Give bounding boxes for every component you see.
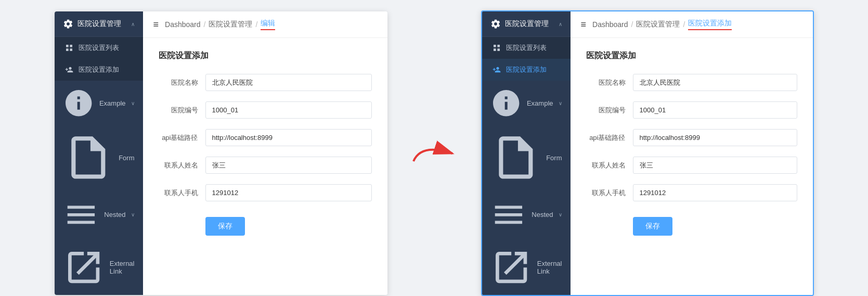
left-sidebar-sub: 医院设置列表 医院设置添加 bbox=[55, 37, 143, 81]
left-crumb-active: 编辑 bbox=[261, 19, 275, 30]
left-form-title: 医院设置添加 bbox=[159, 50, 372, 61]
svg-rect-6 bbox=[497, 45, 500, 47]
left-field-row-1: 医院编号 bbox=[159, 101, 372, 119]
left-sidebar-header[interactable]: 医院设置管理 ∧ bbox=[55, 11, 143, 37]
right-gear-icon bbox=[490, 19, 501, 29]
right-sidebar-form[interactable]: Form bbox=[482, 125, 571, 190]
right-sep-1: / bbox=[631, 20, 633, 29]
gear-icon bbox=[63, 19, 73, 29]
left-input-0[interactable] bbox=[205, 74, 372, 91]
svg-rect-3 bbox=[70, 48, 72, 51]
right-crumb-active: 医院设置添加 bbox=[688, 19, 732, 30]
nested-icon bbox=[63, 197, 99, 233]
left-field-row-4: 联系人手机 bbox=[159, 184, 372, 201]
right-sidebar-header[interactable]: 医院设置管理 ∧ bbox=[482, 11, 571, 37]
left-label-0: 医院名称 bbox=[159, 78, 205, 87]
left-form-label: Form bbox=[119, 154, 134, 162]
left-crumb-dashboard[interactable]: Dashboard bbox=[165, 20, 201, 29]
right-crumb-module[interactable]: 医院设置管理 bbox=[636, 20, 680, 29]
right-nested-label: Nested bbox=[532, 211, 553, 218]
left-input-3[interactable] bbox=[205, 157, 372, 174]
left-sidebar-example[interactable]: Example ∨ bbox=[55, 81, 143, 125]
example-icon bbox=[63, 87, 94, 119]
left-external-label: External Link bbox=[110, 260, 135, 275]
right-save-button[interactable]: 保存 bbox=[633, 217, 672, 236]
right-input-1[interactable] bbox=[633, 101, 797, 119]
right-field-row-0: 医院名称 bbox=[586, 74, 797, 91]
right-input-3[interactable] bbox=[633, 157, 797, 174]
right-label-0: 医院名称 bbox=[586, 78, 633, 87]
arrow-container bbox=[408, 138, 460, 169]
right-example-label: Example bbox=[527, 99, 553, 107]
right-label-4: 联系人手机 bbox=[586, 188, 633, 198]
right-field-row-1: 医院编号 bbox=[586, 101, 797, 119]
right-sidebar-example[interactable]: Example ∨ bbox=[482, 81, 571, 125]
left-sidebar-form[interactable]: Form bbox=[55, 125, 143, 190]
left-sidebar-item-add[interactable]: 医院设置添加 bbox=[55, 59, 143, 81]
right-external-label: External Link bbox=[537, 260, 562, 275]
right-nested-icon bbox=[490, 197, 527, 233]
left-main-content: ≡ Dashboard / 医院设置管理 / 编辑 医院设置添加 医院名称 医院… bbox=[143, 11, 387, 295]
left-example-chevron: ∨ bbox=[131, 100, 135, 106]
left-sidebar-item-list[interactable]: 医院设置列表 bbox=[55, 37, 143, 59]
svg-rect-1 bbox=[70, 45, 72, 47]
right-example-icon bbox=[490, 87, 522, 119]
left-sep-1: / bbox=[204, 20, 206, 29]
right-field-row-3: 联系人姓名 bbox=[586, 157, 797, 174]
right-sep-2: / bbox=[683, 20, 685, 29]
right-form-icon bbox=[490, 132, 541, 183]
main-container: 医院设置管理 ∧ 医院设置列表 医院设置添加 bbox=[55, 10, 814, 296]
right-crumb-dashboard[interactable]: Dashboard bbox=[592, 20, 628, 29]
right-label-1: 医院编号 bbox=[586, 106, 633, 115]
right-sidebar-external[interactable]: External Link bbox=[482, 240, 571, 295]
left-sep-2: / bbox=[255, 20, 257, 29]
left-example-label: Example bbox=[99, 99, 126, 107]
svg-rect-2 bbox=[66, 48, 69, 51]
right-form-area: 医院设置添加 医院名称 医院编号 api基础路径 联系人姓名 bbox=[571, 38, 813, 295]
right-main-content: ≡ Dashboard / 医院设置管理 / 医院设置添加 医院设置添加 医院名… bbox=[571, 11, 813, 295]
left-breadcrumb: ≡ Dashboard / 医院设置管理 / 编辑 bbox=[143, 11, 387, 38]
left-sidebar-add-label: 医院设置添加 bbox=[79, 65, 119, 74]
left-crumb-module[interactable]: 医院设置管理 bbox=[209, 20, 252, 29]
right-sidebar-sub: 医院设置列表 医院设置添加 bbox=[482, 37, 571, 81]
external-link-icon bbox=[63, 247, 105, 288]
left-nested-label: Nested bbox=[104, 211, 125, 218]
left-sidebar-header-label: 医院设置管理 bbox=[77, 19, 121, 29]
left-field-row-2: api基础路径 bbox=[159, 129, 372, 146]
form-icon bbox=[63, 132, 114, 183]
right-input-0[interactable] bbox=[633, 74, 797, 91]
right-nested-chevron: ∨ bbox=[559, 212, 562, 217]
left-field-row-0: 医院名称 bbox=[159, 74, 372, 91]
left-panel: 医院设置管理 ∧ 医院设置列表 医院设置添加 bbox=[55, 11, 387, 295]
left-sidebar-nested[interactable]: Nested ∨ bbox=[55, 190, 143, 240]
right-input-4[interactable] bbox=[633, 184, 797, 201]
left-save-row: 保存 bbox=[159, 212, 372, 236]
left-form-area: 医院设置添加 医院名称 医院编号 api基础路径 联系人姓名 bbox=[143, 38, 387, 295]
right-sidebar-item-add[interactable]: 医院设置添加 bbox=[482, 59, 571, 81]
left-input-2[interactable] bbox=[205, 129, 372, 146]
right-menu-toggle[interactable]: ≡ bbox=[581, 19, 587, 30]
right-form-label: Form bbox=[546, 154, 562, 162]
left-save-button[interactable]: 保存 bbox=[205, 217, 245, 236]
right-grid-icon bbox=[493, 44, 501, 52]
left-input-4[interactable] bbox=[205, 184, 372, 201]
left-menu-toggle[interactable]: ≡ bbox=[153, 19, 159, 30]
left-sidebar-chevron: ∧ bbox=[131, 21, 135, 27]
right-label-3: 联系人姓名 bbox=[586, 161, 633, 170]
right-input-2[interactable] bbox=[633, 129, 797, 146]
left-label-1: 医院编号 bbox=[159, 106, 205, 115]
grid-icon bbox=[65, 44, 73, 52]
left-sidebar: 医院设置管理 ∧ 医院设置列表 医院设置添加 bbox=[55, 11, 143, 295]
svg-rect-0 bbox=[66, 45, 69, 47]
left-sidebar-external[interactable]: External Link bbox=[55, 240, 143, 295]
left-nested-chevron: ∨ bbox=[131, 212, 135, 217]
svg-rect-7 bbox=[494, 48, 496, 51]
right-save-row: 保存 bbox=[586, 212, 797, 236]
right-sidebar-item-list[interactable]: 医院设置列表 bbox=[482, 37, 571, 59]
left-input-1[interactable] bbox=[205, 101, 372, 119]
left-sidebar-list-label: 医院设置列表 bbox=[79, 43, 119, 53]
right-sidebar-nested[interactable]: Nested ∨ bbox=[482, 190, 571, 240]
left-label-2: api基础路径 bbox=[159, 133, 205, 143]
right-panel: 医院设置管理 ∧ 医院设置列表 医院设置添加 bbox=[481, 10, 814, 296]
person-add-icon bbox=[65, 66, 73, 74]
